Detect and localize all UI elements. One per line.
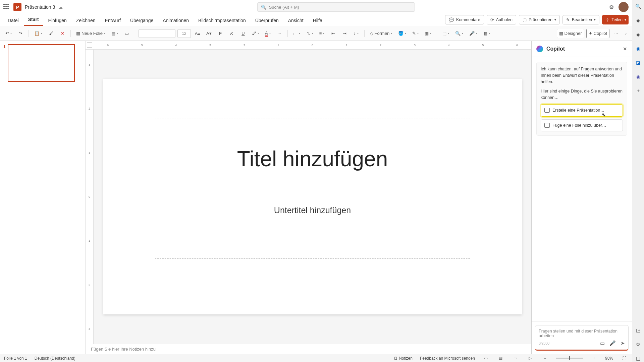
copilot-input-placeholder: Fragen stellen und mit dieser Präsentati…	[539, 329, 625, 338]
shape-outline-button[interactable]: ✎▾	[410, 29, 421, 38]
copilot-mic-icon[interactable]: 🎤	[609, 340, 616, 346]
redo-button[interactable]: ↷	[16, 29, 25, 38]
addins-button[interactable]: ▦▾	[481, 29, 492, 38]
rs-tool2-icon[interactable]: ⚙	[635, 341, 642, 348]
cloud-saved-icon[interactable]: ☁	[58, 5, 63, 10]
arrange-button[interactable]: ▦▾	[423, 29, 433, 38]
paste-button[interactable]: 📋▾	[32, 29, 44, 38]
tab-einfuegen[interactable]: Einfügen	[44, 15, 71, 26]
font-color-button[interactable]: A▾	[263, 29, 273, 38]
decrease-font-button[interactable]: A▾	[204, 29, 214, 38]
collapse-ribbon-button[interactable]: ⌄	[623, 30, 629, 37]
decrease-indent-button[interactable]: ⇤	[329, 29, 338, 38]
zoom-out-button[interactable]: −	[541, 355, 549, 361]
zoom-in-button[interactable]: +	[590, 355, 598, 361]
subtitle-placeholder[interactable]: Untertitel hinzufügen	[155, 202, 470, 259]
tab-bildschirm[interactable]: Bildschirmpräsentation	[194, 15, 250, 26]
shape-fill-button[interactable]: 🪣▾	[396, 29, 408, 38]
font-family-select[interactable]	[139, 29, 175, 38]
status-slide: Folie 1 von 1	[4, 356, 27, 361]
increase-font-button[interactable]: A▴	[193, 29, 202, 38]
bold-button[interactable]: F	[216, 29, 225, 38]
rs-tool3-icon[interactable]: ◫	[635, 355, 642, 362]
status-feedback[interactable]: Feedback an Microsoft senden	[420, 356, 475, 361]
underline-button[interactable]: U	[238, 29, 248, 38]
dictate-button[interactable]: 🎤▾	[467, 29, 479, 38]
view-reading-icon[interactable]: ▭	[512, 355, 519, 361]
tab-uebergaenge[interactable]: Übergänge	[126, 15, 158, 26]
italic-button[interactable]: K	[227, 29, 236, 38]
align-button[interactable]: ≡▾	[317, 29, 327, 38]
rs-teams-icon[interactable]: ◉	[635, 73, 642, 80]
line-spacing-button[interactable]: ↕▾	[352, 29, 361, 38]
present-button[interactable]: ▢Präsentieren▾	[519, 15, 560, 24]
title-placeholder[interactable]: Titel hinzufügen	[155, 119, 470, 199]
rs-add-icon[interactable]: ＋	[635, 87, 642, 95]
designer-button[interactable]: ▦ Designer	[557, 29, 584, 38]
share-button[interactable]: ⇪Teilen▾	[602, 15, 629, 24]
zoom-level[interactable]: 98%	[605, 356, 613, 361]
rs-app2-icon[interactable]: ◆	[635, 31, 642, 38]
tab-ansicht[interactable]: Ansicht	[284, 15, 308, 26]
group1-button[interactable]: ⬚▾	[440, 29, 451, 38]
new-slide-button[interactable]: ▦ Neue Folie▾	[74, 29, 107, 38]
app-launcher[interactable]	[3, 4, 10, 10]
slide-icon	[544, 123, 550, 128]
catchup-button[interactable]: ⟳Aufholen	[487, 15, 516, 24]
section-button[interactable]: ▭	[122, 29, 131, 38]
document-name[interactable]: Präsentation 3	[25, 4, 55, 10]
shapes-button[interactable]: ◇ Formen▾	[368, 29, 394, 38]
layout-button[interactable]: ▤▾	[109, 29, 120, 38]
cut-button[interactable]: ✕	[58, 29, 67, 38]
status-language[interactable]: Deutsch (Deutschland)	[35, 356, 75, 361]
comments-button[interactable]: 💬Kommentare	[445, 15, 484, 24]
increase-indent-button[interactable]: ⇥	[340, 29, 350, 38]
highlight-button[interactable]: 🖍▾	[250, 29, 261, 38]
font-size-select[interactable]: 12	[177, 29, 191, 38]
bullets-button[interactable]: ≔▾	[291, 29, 302, 38]
tab-ueberpruefen[interactable]: Überprüfen	[251, 15, 283, 26]
more-font-button[interactable]: ···	[275, 29, 284, 38]
copilot-panel: Copilot ✕ Ich kann chatten, auf Fragen a…	[531, 41, 632, 354]
edit-button[interactable]: ✎Bearbeiten▾	[562, 15, 599, 24]
copilot-suggestion-create[interactable]: Erstelle eine Präsentation… ⬉	[541, 104, 623, 117]
tab-animationen[interactable]: Animationen	[158, 15, 193, 26]
fit-slide-button[interactable]: ⛶	[621, 355, 628, 361]
slide-thumbnail-panel: 1	[0, 41, 86, 354]
copilot-input[interactable]: Fragen stellen und mit dieser Präsentati…	[535, 325, 629, 351]
copilot-suggestion-addslide[interactable]: Füge eine Folie hinzu über…	[541, 119, 623, 132]
rs-outlook-icon[interactable]: ◪	[635, 59, 642, 66]
search-input[interactable]: 🔍 Suche (Alt + M)	[257, 2, 415, 12]
view-normal-icon[interactable]: ▭	[482, 355, 490, 361]
undo-button[interactable]: ↶▾	[3, 29, 14, 38]
find-button[interactable]: 🔍▾	[453, 29, 465, 38]
rs-search-icon[interactable]: 🔍	[635, 3, 642, 10]
rs-tool1-icon[interactable]: ◳	[635, 326, 642, 334]
ruler-grid-icon[interactable]	[87, 42, 92, 48]
status-notes-button[interactable]: 🗒 Notizen	[394, 356, 413, 361]
tab-datei[interactable]: Datei	[3, 15, 23, 26]
copilot-attach-icon[interactable]: ▭	[600, 340, 605, 346]
slide-thumbnail-1[interactable]	[8, 44, 75, 82]
more-commands-button[interactable]: ···	[611, 29, 621, 38]
search-icon: 🔍	[261, 5, 266, 10]
copilot-close-button[interactable]: ✕	[623, 46, 627, 52]
view-sorter-icon[interactable]: ▦	[497, 355, 504, 361]
search-placeholder: Suche (Alt + M)	[269, 5, 299, 10]
tab-hilfe[interactable]: Hilfe	[309, 15, 327, 26]
settings-icon[interactable]: ⚙	[609, 4, 614, 10]
copilot-toolbar-button[interactable]: ✦ Copilot	[586, 29, 609, 38]
slide-canvas[interactable]: Titel hinzufügen Untertitel hinzufügen	[103, 79, 522, 314]
format-painter-button[interactable]: 🖌	[46, 29, 56, 38]
rs-app3-icon[interactable]: ◉	[635, 45, 642, 52]
copilot-send-icon[interactable]: ➤	[621, 340, 625, 346]
tab-entwurf[interactable]: Entwurf	[100, 15, 125, 26]
view-slideshow-icon[interactable]: ▷	[527, 355, 534, 361]
rs-app1-icon[interactable]: ◆	[635, 17, 642, 24]
tab-zeichnen[interactable]: Zeichnen	[72, 15, 100, 26]
tab-start[interactable]: Start	[24, 14, 43, 26]
zoom-slider[interactable]	[556, 358, 583, 359]
notes-input[interactable]: Fügen Sie hier Ihre Notizen hinzu	[86, 344, 531, 354]
user-avatar[interactable]	[619, 2, 629, 12]
numbering-button[interactable]: ⒈▾	[304, 29, 315, 38]
